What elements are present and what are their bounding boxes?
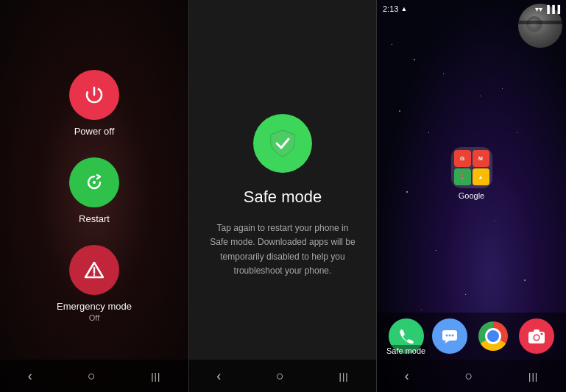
wifi-icon: ▾▾ [535,5,542,13]
restart-button[interactable] [69,157,119,207]
svg-point-5 [93,274,95,276]
svg-point-15 [541,333,543,335]
phone-icon [397,327,416,346]
svg-marker-7 [445,341,450,343]
status-icons: ▾▾ ▐▐▐ [535,5,560,13]
safemode-panel: Safe mode Tap again to restart your phon… [188,0,377,392]
restart-item: Restart [69,157,119,224]
svg-point-2 [93,181,96,184]
svg-point-10 [451,335,453,337]
power-menu-panel: Power off Restart Emergency mode Off ‹ ○… [0,0,188,392]
back-button-p3[interactable]: ‹ [405,368,409,384]
emergency-sublabel: Off [89,313,99,322]
status-bar: 2:13 ▲ ▾▾ ▐▐▐ [377,0,566,18]
safemode-description: Tap again to restart your phone in Safe … [189,221,376,278]
recent-button-p1[interactable]: ||| [151,371,160,382]
home-screen-panel: 2:13 ▲ ▾▾ ▐▐▐ G M 📍 ▲ Goog [377,0,566,392]
death-star-dish [526,16,542,32]
power-icon [82,83,106,107]
svg-rect-14 [534,329,540,332]
nav-bar-panel1: ‹ ○ ||| [0,360,188,392]
emergency-item: Emergency mode Off [57,245,132,322]
folder-label: Google [459,191,484,200]
chrome-app[interactable] [475,318,511,354]
back-button-p2[interactable]: ‹ [216,368,221,384]
messages-icon [440,327,459,346]
power-off-button[interactable] [69,70,119,120]
home-button-p2[interactable]: ○ [276,368,284,384]
signal-icon: ▐▐▐ [545,5,560,13]
safe-mode-label: Safe mode [383,345,429,357]
svg-point-8 [445,335,448,337]
emergency-button[interactable] [69,245,119,295]
svg-point-13 [534,335,539,340]
back-button-p1[interactable]: ‹ [28,368,32,384]
camera-app[interactable] [519,318,554,354]
emergency-icon [82,258,106,282]
folder-icon-grid: G M 📍 ▲ [451,147,492,188]
camera-icon [527,327,546,346]
messages-app[interactable] [432,318,467,354]
nav-bar-panel2: ‹ ○ ||| [189,360,376,392]
status-time: 2:13 [383,4,398,13]
nav-bar-panel3: ‹ ○ ||| [377,360,566,392]
safemode-title: Safe mode [244,188,322,207]
emergency-label: Emergency mode [57,301,132,312]
chrome-icon [478,321,508,351]
safe-mode-text: Safe mode [386,346,425,355]
recent-button-p2[interactable]: ||| [339,371,349,382]
svg-point-9 [448,335,450,337]
recent-button-p3[interactable]: ||| [528,371,538,382]
home-button-p3[interactable]: ○ [464,368,473,384]
triangle-icon: ▲ [400,5,407,13]
home-button-p1[interactable]: ○ [88,368,96,384]
restart-icon [82,171,106,194]
restart-label: Restart [79,213,110,224]
power-off-label: Power off [74,126,115,137]
shield-button[interactable] [253,114,312,173]
shield-icon [266,127,299,160]
google-folder[interactable]: G M 📍 ▲ Google [451,147,492,200]
power-off-item: Power off [69,70,119,137]
